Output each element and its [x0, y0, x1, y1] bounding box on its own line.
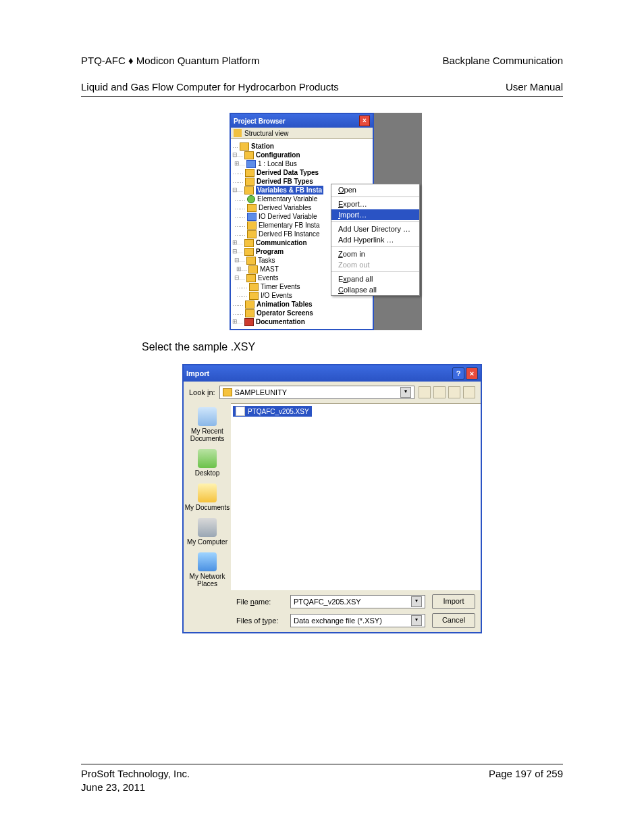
mydocs-icon	[198, 484, 217, 502]
tree-io-events[interactable]: I/O Events	[261, 291, 292, 300]
import-dialog: Import ? × Look in: SAMPLEUNITY ▾	[182, 364, 482, 633]
tree-elem-fb-inst[interactable]: Elementary FB Insta	[259, 221, 320, 230]
look-in-value: SAMPLEUNITY	[235, 388, 288, 396]
place-mydocs-label: My Documents	[185, 504, 230, 511]
place-recent-label: My Recent Documents	[184, 427, 231, 442]
import-toolbar: Look in: SAMPLEUNITY ▾	[184, 382, 481, 403]
close-icon[interactable]: ×	[359, 115, 370, 126]
tree-local-bus[interactable]: 1 : Local Bus	[258, 159, 297, 168]
context-menu: Open Export… Import… Add User Directory …	[331, 184, 420, 296]
file-item-selected[interactable]: PTQAFC_v205.XSY	[233, 406, 312, 417]
project-browser-window: Project Browser × Structural view …Stati…	[230, 113, 432, 330]
folder-icon	[223, 388, 232, 396]
chevron-down-icon[interactable]: ▾	[411, 596, 422, 607]
ctx-collapse-all[interactable]: Collapse all	[331, 284, 419, 295]
places-bar: My Recent Documents Desktop My Documents…	[184, 403, 231, 632]
mynet-icon	[198, 552, 217, 571]
tree-derived-fb-types[interactable]: Derived FB Types	[257, 177, 313, 186]
page-footer: ProSoft Technology, Inc. June 23, 2011 P…	[81, 764, 563, 793]
tree-configuration[interactable]: Configuration	[256, 151, 300, 159]
back-icon[interactable]	[419, 386, 431, 398]
help-icon[interactable]: ?	[452, 367, 464, 380]
footer-page: Page 197 of 259	[489, 768, 563, 779]
tree-vars-fb[interactable]: Variables & FB Insta	[256, 186, 323, 194]
look-in-label: Look in:	[189, 388, 215, 396]
footer-date: June 23, 2011	[81, 781, 145, 793]
mycomp-icon	[198, 518, 217, 537]
cancel-button[interactable]: Cancel	[432, 613, 475, 628]
tree-mast[interactable]: MAST	[260, 265, 279, 273]
tree-op-screens[interactable]: Operator Screens	[257, 309, 313, 317]
ctx-open[interactable]: Open	[331, 184, 419, 195]
file-icon	[236, 407, 245, 416]
tree-derived-data[interactable]: Derived Data Types	[257, 168, 319, 177]
page-header: PTQ-AFC ♦ Modicon Quantum Platform Liqui…	[81, 41, 563, 97]
ctx-expand-all[interactable]: Expand all	[331, 273, 419, 284]
recent-icon	[198, 407, 217, 426]
filename-label: File name:	[236, 598, 284, 606]
close-icon[interactable]: ×	[466, 367, 478, 380]
filetype-combo[interactable]: Data exchange file (*.XSY) ▾	[290, 614, 425, 627]
ctx-add-user-dir[interactable]: Add User Directory …	[331, 224, 419, 234]
ctx-add-hyperlink[interactable]: Add Hyperlink …	[331, 234, 419, 245]
toolbar-icons	[419, 386, 475, 398]
desktop-icon	[198, 449, 217, 468]
place-mydocs[interactable]: My Documents	[185, 484, 230, 511]
chevron-down-icon[interactable]: ▾	[400, 387, 411, 398]
place-mynet-label: My Network Places	[184, 573, 231, 588]
tree-tasks[interactable]: Tasks	[258, 256, 275, 265]
project-browser-titlebar: Project Browser ×	[231, 114, 373, 128]
ctx-zoom-out: Zoom out	[331, 259, 419, 270]
footer-company: ProSoft Technology, Inc.	[81, 768, 190, 779]
import-bottom-panel: File name: PTQAFC_v205.XSY ▾ Import File…	[231, 590, 481, 632]
views-icon[interactable]	[463, 386, 475, 398]
ctx-import[interactable]: Import…	[331, 209, 419, 220]
tree-io-derived[interactable]: IO Derived Variable	[259, 212, 317, 221]
filename-value: PTQAFC_v205.XSY	[294, 598, 361, 606]
file-list-area[interactable]: PTQAFC_v205.XSY	[231, 403, 481, 590]
hdr-right-2: User Manual	[506, 81, 563, 93]
tree-derived-fb-inst[interactable]: Derived FB Instance	[259, 230, 320, 238]
chevron-down-icon[interactable]: ▾	[411, 615, 422, 626]
filetype-label: Files of type:	[236, 617, 284, 625]
tree-station[interactable]: Station	[251, 142, 274, 151]
hdr-left-1: PTQ-AFC ♦ Modicon Quantum Platform	[81, 55, 259, 66]
tree-anim-tables[interactable]: Animation Tables	[257, 300, 313, 309]
import-button[interactable]: Import	[432, 594, 475, 609]
instruction-text: Select the sample .XSY	[142, 341, 563, 353]
place-desktop[interactable]: Desktop	[195, 449, 220, 477]
tree-program[interactable]: Program	[256, 247, 284, 256]
structural-view-icon	[234, 129, 242, 137]
filetype-value: Data exchange file (*.XSY)	[294, 617, 382, 625]
hdr-right-1: Backplane Communication	[443, 55, 563, 66]
place-mycomp[interactable]: My Computer	[187, 518, 227, 546]
project-browser-toolbar: Structural view	[231, 128, 373, 139]
ctx-open-text: pen	[344, 186, 356, 194]
tree-elem-vars[interactable]: Elementary Variable	[257, 194, 317, 203]
filename-combo[interactable]: PTQAFC_v205.XSY ▾	[290, 595, 425, 608]
file-item-name: PTQAFC_v205.XSY	[248, 408, 309, 415]
ctx-zoom-in[interactable]: Zoom in	[331, 249, 419, 259]
place-desktop-label: Desktop	[195, 469, 220, 477]
import-title: Import	[186, 369, 209, 377]
tree-timer-events[interactable]: Timer Events	[261, 282, 300, 291]
import-titlebar: Import ? ×	[184, 365, 481, 382]
structural-view-label: Structural view	[244, 130, 289, 137]
tree-documentation[interactable]: Documentation	[256, 317, 305, 326]
place-mynet[interactable]: My Network Places	[184, 552, 231, 588]
tree-communication[interactable]: Communication	[256, 238, 307, 247]
place-recent[interactable]: My Recent Documents	[184, 407, 231, 442]
new-folder-icon[interactable]	[448, 386, 460, 398]
ctx-export[interactable]: Export…	[331, 199, 419, 209]
up-icon[interactable]	[433, 386, 446, 398]
place-mycomp-label: My Computer	[187, 538, 227, 546]
tree-events[interactable]: Events	[258, 273, 279, 282]
project-browser-title: Project Browser	[234, 118, 286, 125]
look-in-combo[interactable]: SAMPLEUNITY ▾	[219, 386, 414, 399]
hdr-left-2: Liquid and Gas Flow Computer for Hydroca…	[81, 81, 339, 93]
tree-derived-vars[interactable]: Derived Variables	[259, 203, 311, 212]
